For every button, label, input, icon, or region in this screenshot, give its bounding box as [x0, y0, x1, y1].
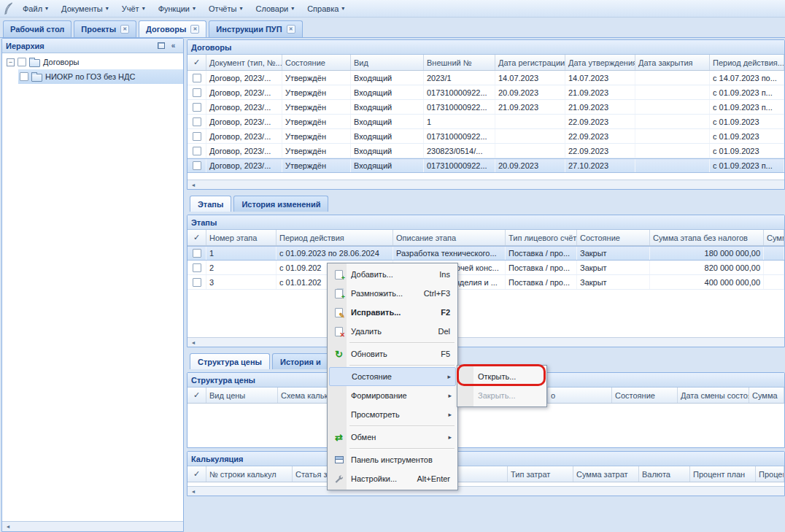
column-header[interactable]: Дата регистрации.	[495, 55, 565, 70]
tab-desktop[interactable]: Рабочий стол	[3, 20, 71, 37]
column-header[interactable]: о	[548, 388, 612, 403]
menu-item-refresh[interactable]: ↻ Обновить F5	[329, 344, 456, 363]
column-header[interactable]: Дата утверждения	[565, 55, 635, 70]
close-icon[interactable]: ✕	[287, 25, 295, 34]
calculation-hscrollbar[interactable]: ◄	[187, 486, 784, 496]
row-checkbox[interactable]	[193, 103, 201, 112]
column-header[interactable]: Состояние	[612, 388, 678, 403]
column-header[interactable]: Период действия	[277, 230, 393, 245]
scroll-left-icon[interactable]: ◄	[3, 523, 13, 531]
row-checkbox[interactable]	[193, 161, 201, 170]
cell: 017310000922...	[424, 129, 495, 143]
column-header[interactable]: Период действия...	[710, 55, 784, 70]
contract-row[interactable]: Договор, 2023/... Утверждён Входящий 017…	[187, 129, 784, 144]
tab-contracts[interactable]: Договоры✕	[139, 20, 206, 37]
row-checkbox[interactable]	[193, 263, 201, 272]
contract-row[interactable]: Договор, 2023/... Утверждён Входящий 017…	[187, 85, 784, 100]
contract-row[interactable]: Договор, 2023/... Утверждён Входящий 230…	[187, 144, 784, 158]
tab-projects[interactable]: Проекты✕	[74, 20, 136, 37]
row-checkbox[interactable]	[193, 278, 201, 287]
column-header[interactable]: Состояние	[282, 55, 351, 70]
column-header[interactable]: Вид	[351, 55, 424, 70]
tab-change-history[interactable]: История изменений	[233, 196, 328, 212]
menu-item-settings[interactable]: Настройки... Alt+Enter	[329, 469, 456, 488]
column-header[interactable]: № строки калькул	[206, 466, 293, 482]
row-checkbox[interactable]	[193, 74, 201, 82]
contract-row[interactable]: Договор, 2023/... Утверждён Входящий 1 2…	[187, 115, 784, 129]
panel-title: Структура цены	[191, 376, 255, 385]
stage-row-selected[interactable]: 1 с 01.09.2023 по 28.06.2024 Разработка …	[187, 246, 784, 261]
menu-item-view[interactable]: Просмотреть ▸	[329, 405, 456, 424]
column-header[interactable]: Сумма этапа без налогов	[650, 230, 764, 245]
cell	[495, 129, 565, 143]
submenu-item-close[interactable]: Закрыть...	[459, 386, 545, 405]
stages-hscrollbar[interactable]: ◄	[187, 337, 784, 347]
column-header[interactable]: Внешний №	[424, 55, 495, 70]
row-checkbox[interactable]	[193, 117, 201, 126]
column-header[interactable]: Валюта	[639, 466, 690, 482]
column-header[interactable]: Процент план	[690, 466, 756, 482]
collapse-panel-icon[interactable]: «	[167, 40, 179, 51]
node-checkbox[interactable]	[20, 72, 28, 81]
menu-dictionaries[interactable]: Словари▾	[250, 3, 300, 15]
menu-accounting[interactable]: Учёт▾	[116, 3, 151, 15]
menu-item-state[interactable]: Состояние ▸	[329, 367, 456, 386]
menu-item-formation[interactable]: Формирование ▸	[329, 386, 456, 405]
column-header[interactable]: Дата смены состоя	[678, 388, 749, 403]
column-header[interactable]: Дата закрытия	[635, 55, 710, 70]
menu-item-exchange[interactable]: ⇄ Обмен ▸	[329, 428, 456, 447]
column-header[interactable]: Вид цены	[206, 388, 278, 403]
close-icon[interactable]: ✕	[120, 25, 129, 34]
stage-row[interactable]: 2 с 01.09.202 очей конс... Поставка / пр…	[187, 261, 784, 275]
contract-row[interactable]: Договор, 2023/... Утверждён Входящий 202…	[187, 71, 784, 85]
submenu-item-open[interactable]: Открыть...	[459, 367, 545, 386]
menu-file[interactable]: Файл▾	[17, 3, 54, 15]
cell: Входящий	[351, 129, 424, 143]
menu-item-delete[interactable]: Удалить Del	[329, 322, 456, 341]
select-all-header[interactable]: ✓	[187, 55, 206, 70]
menu-item-add[interactable]: Добавить... Ins	[329, 265, 456, 284]
tab-instructions[interactable]: Инструкции ПУП✕	[209, 20, 302, 37]
column-header[interactable]: Тип лицевого счёт	[506, 230, 577, 245]
tab-price-structure[interactable]: Структура цены	[190, 353, 270, 369]
column-header[interactable]: Номер этапа	[206, 230, 277, 245]
contract-row-selected[interactable]: Договор, 2023/... Утверждён Входящий 017…	[187, 158, 784, 173]
select-all-header[interactable]: ✓	[187, 466, 206, 482]
menu-item-edit[interactable]: Исправить... F2	[329, 303, 456, 322]
menu-item-duplicate[interactable]: Размножить... Ctrl+F3	[329, 284, 456, 303]
locate-icon[interactable]	[155, 40, 167, 51]
column-header[interactable]: Тип затрат	[508, 466, 573, 482]
contract-row[interactable]: Договор, 2023/... Утверждён Входящий 017…	[187, 100, 784, 115]
column-header[interactable]: Описание этапа	[393, 230, 506, 245]
scroll-left-icon[interactable]: ◄	[188, 180, 198, 189]
scroll-left-icon[interactable]: ◄	[188, 487, 198, 496]
scroll-left-icon[interactable]: ◄	[188, 338, 198, 347]
menu-reports[interactable]: Отчёты▾	[203, 3, 248, 15]
column-header[interactable]: Сумма	[764, 230, 784, 245]
row-checkbox[interactable]	[193, 249, 201, 258]
cell: Разработка технического...	[393, 247, 506, 260]
column-header[interactable]: Процент ф	[756, 466, 784, 482]
tree-node-contracts[interactable]: − Договоры	[2, 55, 183, 69]
column-header[interactable]: Сумма затрат	[573, 466, 639, 482]
column-header[interactable]: Сумма	[749, 388, 784, 403]
menu-item-toolbar[interactable]: Панель инструментов	[329, 450, 456, 469]
row-checkbox[interactable]	[193, 132, 201, 141]
tree-node-niokr[interactable]: НИОКР по ГОЗ без НДС	[18, 69, 183, 84]
menu-help[interactable]: Справка▾	[301, 3, 350, 15]
tab-stages[interactable]: Этапы	[190, 196, 231, 212]
select-all-header[interactable]: ✓	[187, 230, 206, 245]
contracts-hscrollbar[interactable]: ◄	[187, 180, 784, 189]
node-checkbox[interactable]	[18, 58, 26, 66]
hierarchy-hscrollbar[interactable]: ◄	[2, 521, 183, 531]
column-header[interactable]: Документ (тип, №...	[206, 55, 282, 70]
select-all-header[interactable]: ✓	[187, 388, 206, 403]
column-header[interactable]: Состояние	[577, 230, 650, 245]
menu-documents[interactable]: Документы▾	[55, 3, 115, 15]
collapse-node-icon[interactable]: −	[7, 58, 15, 66]
close-icon[interactable]: ✕	[190, 25, 199, 34]
stage-row[interactable]: 3 с 01.01.202 зделия и ... Поставка / пр…	[187, 275, 784, 290]
menu-functions[interactable]: Функции▾	[152, 3, 201, 15]
row-checkbox[interactable]	[193, 147, 201, 155]
row-checkbox[interactable]	[193, 88, 201, 97]
